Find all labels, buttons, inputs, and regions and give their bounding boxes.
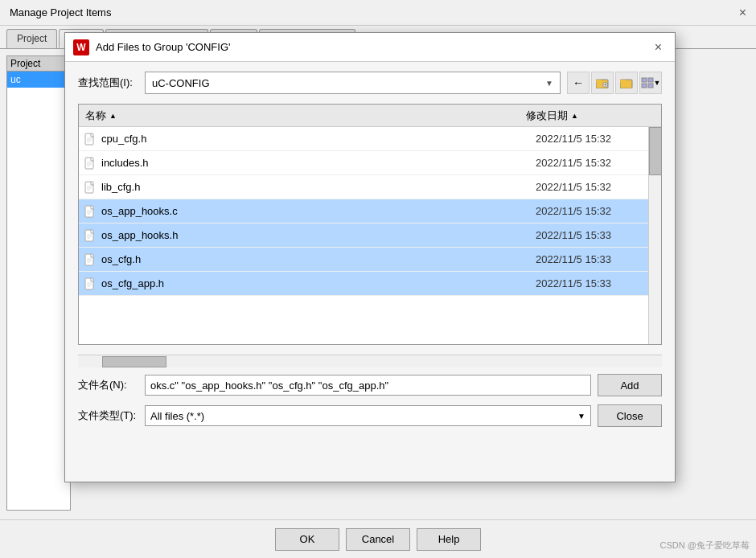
help-button[interactable]: Help	[417, 528, 481, 551]
file-name: os_app_hooks.c	[98, 205, 529, 217]
view-options-button[interactable]: ▼	[639, 72, 662, 94]
add-button[interactable]: Add	[598, 374, 662, 396]
filetype-select[interactable]: All files (*.*) ▼	[145, 405, 591, 426]
file-list-scroll[interactable]: cpu_cfg.h2022/11/5 15:32includes.h2022/1…	[79, 127, 661, 345]
svg-rect-9	[642, 84, 647, 88]
new-folder-button[interactable]	[591, 72, 614, 94]
svg-rect-15	[85, 158, 93, 169]
back-button[interactable]: ←	[567, 72, 590, 94]
project-panel: Project uc	[6, 55, 71, 511]
title-bar: Manage Project Items ×	[0, 0, 756, 26]
scrollbar-track	[648, 127, 661, 345]
file-list-header: 名称 ▲ 修改日期 ▲	[79, 105, 661, 127]
svg-rect-8	[648, 78, 653, 82]
date-sort-icon: ▲	[571, 112, 578, 120]
name-sort-icon: ▲	[109, 112, 117, 120]
file-icon	[82, 252, 98, 268]
file-icon	[82, 179, 98, 195]
svg-rect-31	[85, 254, 93, 265]
file-icon	[82, 228, 98, 244]
location-dropdown-arrow-icon: ▼	[545, 79, 553, 88]
location-row: 查找范围(I): uC-CONFIG ▼ ← ▼	[78, 72, 662, 94]
file-row[interactable]: cpu_cfg.h2022/11/5 15:32	[79, 127, 661, 151]
svg-rect-1	[596, 80, 602, 82]
filetype-row: 文件类型(T): All files (*.*) ▼ Close	[78, 404, 662, 427]
filename-row: 文件名(N): Add	[78, 374, 662, 396]
svg-rect-35	[85, 278, 93, 289]
file-date: 2022/11/5 15:32	[529, 181, 658, 193]
file-date: 2022/11/5 15:32	[529, 205, 658, 217]
toolbar-icons: ← ▼	[567, 72, 662, 94]
file-name: includes.h	[98, 157, 529, 169]
file-icon	[82, 131, 98, 147]
svg-rect-10	[648, 84, 653, 88]
dialog-close-button[interactable]: ×	[650, 39, 667, 55]
add-files-dialog: W Add Files to Group 'CONFIG' × 查找范围(I):…	[64, 32, 676, 482]
cancel-button[interactable]: Cancel	[346, 528, 410, 551]
file-row[interactable]: os_cfg_app.h2022/11/5 15:33	[79, 272, 661, 296]
app-close-button[interactable]: ×	[739, 6, 746, 19]
file-date: 2022/11/5 15:32	[529, 133, 658, 145]
tab-project[interactable]: Project	[6, 29, 57, 48]
file-icon	[82, 276, 98, 292]
svg-rect-23	[85, 206, 93, 217]
file-date: 2022/11/5 15:32	[529, 157, 658, 169]
svg-rect-19	[85, 182, 93, 193]
file-name: os_cfg_app.h	[98, 277, 529, 289]
bottom-bar: OK Cancel Help	[0, 519, 756, 558]
file-date: 2022/11/5 15:33	[529, 277, 658, 289]
file-name: cpu_cfg.h	[98, 133, 529, 145]
svg-rect-7	[642, 78, 647, 82]
folder-options-button[interactable]	[615, 72, 638, 94]
ok-button[interactable]: OK	[275, 528, 339, 551]
project-panel-header: Project	[7, 56, 70, 72]
file-date: 2022/11/5 15:33	[529, 253, 658, 265]
watermark: CSDN @兔子爱吃草莓	[660, 540, 750, 552]
filetype-select-arrow-icon: ▼	[577, 412, 585, 421]
location-dropdown[interactable]: uC-CONFIG ▼	[145, 72, 561, 94]
main-window: Manage Project Items × Project Items Fol…	[0, 0, 756, 558]
svg-rect-27	[85, 230, 93, 241]
file-name: os_app_hooks.h	[98, 229, 529, 241]
filetype-select-text: All files (*.*)	[150, 410, 204, 422]
project-panel-item-uc[interactable]: uc	[7, 72, 70, 88]
filename-label: 文件名(N):	[78, 378, 138, 392]
file-row[interactable]: includes.h2022/11/5 15:32	[79, 151, 661, 175]
file-icon	[82, 155, 98, 171]
scrollbar-thumb	[649, 127, 662, 175]
file-list-col-date: 修改日期 ▲	[520, 109, 648, 123]
app-title: Manage Project Items	[10, 6, 111, 18]
file-date: 2022/11/5 15:33	[529, 229, 658, 241]
horizontal-scrollbar	[78, 355, 662, 367]
file-name: lib_cfg.h	[98, 181, 529, 193]
file-row[interactable]: lib_cfg.h2022/11/5 15:32	[79, 175, 661, 199]
filetype-label: 文件类型(T):	[78, 408, 138, 423]
file-icon	[82, 203, 98, 220]
location-dropdown-text: uC-CONFIG	[152, 77, 210, 89]
file-row[interactable]: os_app_hooks.h2022/11/5 15:33	[79, 224, 661, 248]
file-name: os_cfg.h	[98, 253, 529, 265]
close-button[interactable]: Close	[598, 404, 662, 427]
dialog-app-icon: W	[73, 39, 89, 55]
file-row[interactable]: os_cfg.h2022/11/5 15:33	[79, 248, 661, 272]
dialog-title-bar: W Add Files to Group 'CONFIG' ×	[65, 33, 675, 62]
file-list-container: 名称 ▲ 修改日期 ▲ cpu_cfg.h2022/11/5 15:32incl…	[78, 104, 662, 345]
svg-rect-6	[620, 80, 626, 82]
filename-input[interactable]	[145, 375, 591, 396]
file-row[interactable]: os_app_hooks.c2022/11/5 15:32	[79, 199, 661, 224]
dialog-title: Add Files to Group 'CONFIG'	[96, 41, 643, 53]
h-scrollbar-thumb	[102, 356, 166, 367]
svg-rect-11	[85, 133, 93, 145]
location-label: 查找范围(I):	[78, 76, 138, 90]
dialog-body: 查找范围(I): uC-CONFIG ▼ ← ▼	[65, 62, 675, 445]
file-list-col-name: 名称 ▲	[79, 109, 520, 123]
